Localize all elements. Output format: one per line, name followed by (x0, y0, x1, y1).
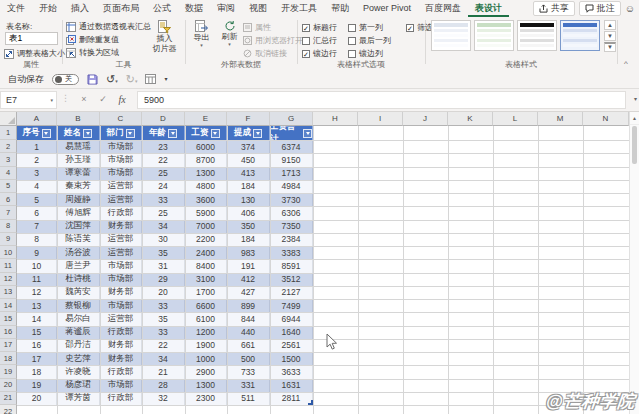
style-option-4[interactable]: 第一列 (348, 22, 404, 33)
table-cell[interactable]: 4984 (270, 180, 313, 193)
table-cell[interactable]: 12 (17, 286, 57, 299)
table-cell[interactable]: 谭寒蕾 (57, 167, 100, 180)
table-cell[interactable]: 983 (227, 246, 270, 259)
scrollbar-thumb[interactable] (632, 126, 637, 164)
refresh-button[interactable]: 刷新 ▾ (216, 20, 243, 47)
row-header-2[interactable]: 2 (0, 140, 17, 153)
table-cell[interactable]: 史艺萍 (57, 352, 100, 365)
table-cell[interactable]: 1631 (270, 379, 313, 392)
table-cell[interactable]: 市场部 (100, 153, 142, 166)
ribbon-tab-9[interactable]: 开发工具 (274, 0, 324, 17)
table-cell[interactable]: 16 (17, 339, 57, 352)
table-cell[interactable]: 413 (227, 167, 270, 180)
table-cell[interactable]: 2400 (185, 246, 227, 259)
filter-button[interactable] (303, 129, 312, 138)
table-cell[interactable]: 邵丹洁 (57, 339, 100, 352)
table-cell[interactable]: 130 (227, 193, 270, 206)
table-cell[interactable]: 15 (17, 326, 57, 339)
table-cell[interactable]: 运营部 (100, 246, 142, 259)
table-cell[interactable]: 傅旭辉 (57, 206, 100, 219)
table-cell[interactable]: 6600 (185, 299, 227, 312)
style-option-2[interactable]: 汇总行 (302, 35, 346, 46)
table-cell[interactable]: 魏芮安 (57, 286, 100, 299)
ribbon-tab-5[interactable]: 公式 (146, 0, 178, 17)
row-header-1[interactable]: 1 (0, 126, 17, 140)
table-cell[interactable]: 32 (142, 392, 185, 405)
ribbon-tab-3[interactable]: 插入 (64, 0, 96, 17)
row-header-21[interactable]: 21 (0, 392, 17, 405)
table-cell[interactable]: 412 (227, 273, 270, 286)
table-cell[interactable]: 1713 (270, 167, 313, 180)
table-style-thumbnail-green[interactable] (474, 20, 514, 51)
table-cell[interactable]: 3633 (270, 365, 313, 378)
comments-button[interactable]: 批注 (579, 1, 621, 16)
table-cell[interactable]: 19 (17, 379, 57, 392)
table-cell[interactable]: 3100 (185, 273, 227, 286)
table-cell[interactable]: 2811 (270, 392, 313, 405)
table-style-thumbnail-dark[interactable] (517, 20, 557, 51)
row-header-7[interactable]: 7 (0, 206, 17, 219)
table-cell[interactable]: 3600 (185, 193, 227, 206)
ribbon-tab-12[interactable]: 百度网盘 (418, 0, 468, 17)
row-header-8[interactable]: 8 (0, 220, 17, 233)
table-cell[interactable]: 14 (17, 312, 57, 325)
table-cell[interactable]: 24 (142, 180, 185, 193)
table-cell[interactable]: 7 (17, 220, 57, 233)
table-cell[interactable]: 374 (227, 140, 270, 153)
style-option-1[interactable]: ✓标题行 (302, 22, 346, 33)
table-cell[interactable]: 20 (17, 392, 57, 405)
table-cell[interactable]: 汤谷波 (57, 246, 100, 259)
table-cell[interactable]: 行政部 (100, 365, 142, 378)
table-cell[interactable]: 17 (17, 352, 57, 365)
table-cell[interactable]: 29 (142, 273, 185, 286)
table-cell[interactable]: 财务部 (100, 352, 142, 365)
ribbon-tab-11[interactable]: Power Pivot (356, 0, 418, 17)
column-header-N[interactable]: N (583, 112, 629, 126)
ribbon-tab-6[interactable]: 数据 (178, 0, 210, 17)
table-cell[interactable]: 市场部 (100, 299, 142, 312)
row-header-12[interactable]: 12 (0, 273, 17, 286)
table-cell[interactable]: 844 (227, 312, 270, 325)
gallery-down-icon[interactable]: ▼ (604, 31, 616, 41)
table-cell[interactable]: 11 (17, 273, 57, 286)
table-cell[interactable]: 25 (142, 167, 185, 180)
share-button[interactable]: 共享 (533, 1, 575, 16)
table-header-2[interactable]: 姓名 (57, 126, 100, 140)
resize-table-button[interactable]: 调整表格大小 (4, 48, 65, 59)
table-cell[interactable]: 30 (142, 233, 185, 246)
select-all-corner[interactable] (0, 112, 17, 126)
table-cell[interactable]: 9 (17, 246, 57, 259)
style-option-5[interactable]: 最后一列 (348, 35, 404, 46)
row-header-18[interactable]: 18 (0, 352, 17, 365)
expand-formula-bar-icon[interactable]: ▾ (634, 95, 637, 102)
table-cell[interactable]: 市场部 (100, 140, 142, 153)
filter-button[interactable] (211, 129, 220, 138)
table-cell[interactable]: 陈语芙 (57, 233, 100, 246)
active-cell-E7[interactable]: 5900 (185, 206, 227, 219)
column-header-D[interactable]: D (142, 112, 185, 126)
table-cell[interactable]: 191 (227, 259, 270, 272)
filter-button[interactable] (168, 129, 177, 138)
ribbon-tab-8[interactable]: 视图 (242, 0, 274, 17)
row-header-5[interactable]: 5 (0, 180, 17, 193)
ribbon-tab-7[interactable]: 审阅 (210, 0, 242, 17)
table-cell[interactable]: 2200 (185, 233, 227, 246)
table-cell[interactable]: 许凌晓 (57, 365, 100, 378)
table-header-5[interactable]: 工资 (185, 126, 227, 140)
table-cell[interactable]: 市场部 (100, 259, 142, 272)
table-cell[interactable]: 6100 (185, 312, 227, 325)
table-cell[interactable]: 运营部 (100, 180, 142, 193)
table-cell[interactable]: 184 (227, 233, 270, 246)
table-cell[interactable]: 3512 (270, 273, 313, 286)
table-cell[interactable]: 1300 (185, 167, 227, 180)
table-cell[interactable]: 易尔白 (57, 312, 100, 325)
filter-button[interactable] (253, 129, 262, 138)
table-cell[interactable]: 4800 (185, 180, 227, 193)
table-cell[interactable]: 5 (17, 193, 57, 206)
table-cell[interactable]: 3730 (270, 193, 313, 206)
column-header-M[interactable]: M (538, 112, 583, 126)
table-cell[interactable]: 8400 (185, 259, 227, 272)
table-cell[interactable]: 6306 (270, 206, 313, 219)
table-cell[interactable]: 行政部 (100, 206, 142, 219)
table-cell[interactable]: 1900 (185, 339, 227, 352)
